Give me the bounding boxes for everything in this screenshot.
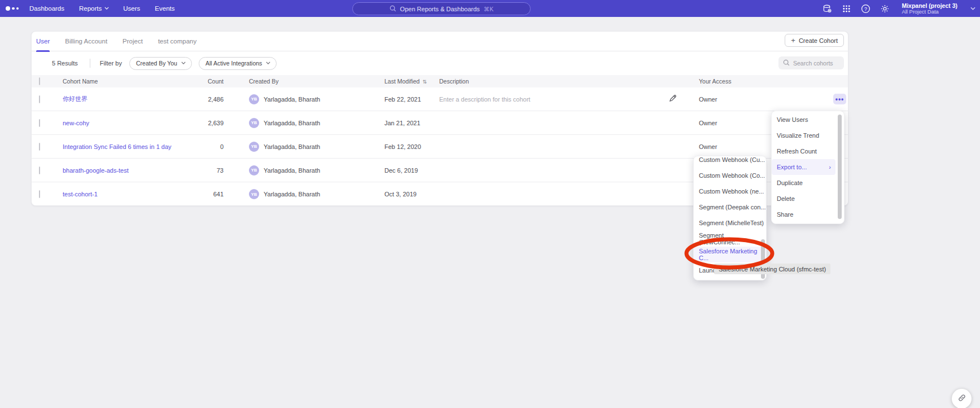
submenu-item-custom-webhook-2[interactable]: Custom Webhook (Co...	[694, 168, 766, 183]
menu-item-delete[interactable]: Delete	[772, 191, 844, 207]
tab-project[interactable]: Project	[123, 32, 143, 51]
last-modified: Feb 22, 2021	[384, 96, 439, 103]
row-checkbox[interactable]	[39, 143, 40, 151]
scrollbar[interactable]	[838, 115, 842, 219]
chevron-down-icon	[181, 62, 185, 65]
logo-dot	[6, 6, 10, 11]
created-by-dropdown[interactable]: Created By You	[129, 57, 192, 70]
nav-item-label: Dashboards	[29, 5, 64, 12]
submenu-item-salesforce-marketing-cloud[interactable]: Salesforce Marketing C...	[694, 247, 766, 262]
nav-item-events[interactable]: Events	[155, 5, 174, 12]
cohort-search-input[interactable]	[793, 60, 838, 67]
edit-description-icon[interactable]	[668, 97, 677, 104]
header-cohort-name[interactable]: Cohort Name	[63, 78, 193, 85]
copy-link-button[interactable]	[952, 389, 972, 408]
description-placeholder[interactable]: Enter a description for this cohort	[439, 96, 668, 103]
integrations-dropdown[interactable]: All Active Integrations	[199, 57, 277, 70]
create-cohort-button[interactable]: + Create Cohort	[785, 34, 844, 47]
svg-text:?: ?	[864, 6, 867, 11]
chevron-down-icon[interactable]	[970, 7, 974, 11]
nav-item-label: Users	[123, 5, 140, 12]
row-checkbox[interactable]	[39, 119, 40, 127]
row-checkbox[interactable]	[39, 166, 40, 174]
row-actions-button[interactable]: •••	[833, 94, 846, 104]
select-all-checkbox[interactable]	[39, 77, 40, 85]
link-icon	[957, 393, 966, 405]
cohort-search-field[interactable]	[778, 56, 844, 69]
access-level: Owner	[699, 96, 833, 103]
filter-bar: 5 Results Filter by Created By You All A…	[32, 51, 848, 75]
apps-grid-icon[interactable]	[842, 4, 851, 14]
menu-item-duplicate[interactable]: Duplicate	[772, 175, 844, 191]
header-created-by[interactable]: Created By	[249, 78, 384, 85]
project-switcher[interactable]: Mixpanel (project 3) All Project Data	[902, 2, 957, 15]
create-cohort-label: Create Cohort	[799, 37, 838, 44]
gear-icon[interactable]	[880, 4, 890, 14]
menu-item-view-users[interactable]: View Users	[772, 112, 844, 128]
submenu-item-segment-3[interactable]: Segment (NewConnec...	[694, 231, 766, 247]
last-modified: Feb 12, 2020	[384, 143, 439, 150]
row-checkbox[interactable]	[39, 190, 40, 198]
menu-item-refresh-count[interactable]: Refresh Count	[772, 143, 844, 159]
cohort-name-link[interactable]: bharath-google-ads-test	[63, 167, 129, 174]
creator-name: Yarlagadda, Bharath	[264, 96, 320, 103]
top-nav: Dashboards Reports Users Events Open Rep…	[0, 0, 980, 17]
creator-name: Yarlagadda, Bharath	[264, 167, 320, 174]
cohort-count: 2,639	[193, 120, 224, 126]
submenu-item-segment-2[interactable]: Segment (MichelleTest)	[694, 215, 766, 231]
cohort-tabbar: User Billing Account Project test compan…	[32, 32, 848, 51]
created-by-value: Created By You	[136, 60, 177, 67]
nav-item-reports[interactable]: Reports	[79, 5, 108, 12]
sort-icon[interactable]: ⇅	[422, 79, 427, 85]
cohort-name-link[interactable]: test-cohort-1	[63, 191, 98, 198]
logo-dot	[12, 7, 15, 10]
project-name: Mixpanel (project 3)	[902, 2, 957, 9]
cohort-name-link[interactable]: new-cohy	[63, 120, 89, 126]
header-count[interactable]: Count	[193, 78, 224, 85]
avatar: YB	[249, 142, 259, 152]
chevron-right-icon: ›	[829, 164, 831, 170]
cohort-name-link[interactable]: Integration Sync Failed 6 times in 1 day	[63, 143, 172, 150]
nav-links: Dashboards Reports Users Events	[29, 5, 175, 12]
submenu-item-custom-webhook-1[interactable]: Custom Webhook (Cu...	[694, 156, 766, 168]
project-scope: All Project Data	[902, 9, 957, 15]
chevron-down-icon	[104, 7, 108, 11]
submenu-item-segment-1[interactable]: Segment (Deepak con...	[694, 199, 766, 215]
nav-item-users[interactable]: Users	[123, 5, 140, 12]
creator-name: Yarlagadda, Bharath	[264, 143, 320, 150]
last-modified: Oct 3, 2019	[384, 191, 439, 198]
keyboard-shortcut: ⌘K	[484, 6, 494, 12]
row-checkbox[interactable]	[39, 95, 40, 103]
creator-name: Yarlagadda, Bharath	[264, 120, 320, 126]
search-icon	[783, 58, 790, 68]
plus-icon: +	[791, 37, 795, 44]
last-modified: Jan 21, 2021	[384, 120, 439, 126]
menu-item-share[interactable]: Share	[772, 207, 844, 222]
tab-test-company[interactable]: test company	[158, 32, 196, 51]
data-management-icon[interactable]	[823, 4, 832, 14]
logo-dot	[16, 7, 19, 10]
creator-name: Yarlagadda, Bharath	[264, 191, 320, 198]
filter-by-label: Filter by	[100, 60, 122, 67]
submenu-item-custom-webhook-3[interactable]: Custom Webhook (ne...	[694, 183, 766, 199]
tab-user[interactable]: User	[36, 32, 50, 51]
export-destinations-submenu: Custom Webhook (Cu... Custom Webhook (Co…	[693, 156, 767, 280]
help-icon[interactable]: ?	[861, 4, 870, 14]
header-description[interactable]: Description	[439, 78, 668, 85]
header-last-modified[interactable]: Last Modified⇅	[384, 78, 439, 85]
tab-billing-account[interactable]: Billing Account	[65, 32, 107, 51]
cohort-count: 641	[193, 191, 224, 198]
table-header: Cohort Name Count Created By Last Modifi…	[32, 75, 848, 87]
cohort-count: 2,486	[193, 96, 224, 103]
header-your-access[interactable]: Your Access	[699, 78, 833, 85]
global-search-button[interactable]: Open Reports & Dashboards ⌘K	[352, 2, 531, 15]
nav-item-dashboards[interactable]: Dashboards	[29, 5, 64, 12]
avatar: YB	[249, 165, 259, 176]
nav-item-label: Reports	[79, 5, 102, 12]
integrations-value: All Active Integrations	[205, 60, 262, 67]
cohort-name-link[interactable]: 你好世界	[63, 95, 88, 102]
menu-item-visualize-trend[interactable]: Visualize Trend	[772, 128, 844, 143]
menu-item-export-to[interactable]: Export to... ›	[772, 159, 835, 175]
mixpanel-logo[interactable]	[6, 6, 23, 11]
menu-item-label: Export to...	[777, 164, 807, 170]
